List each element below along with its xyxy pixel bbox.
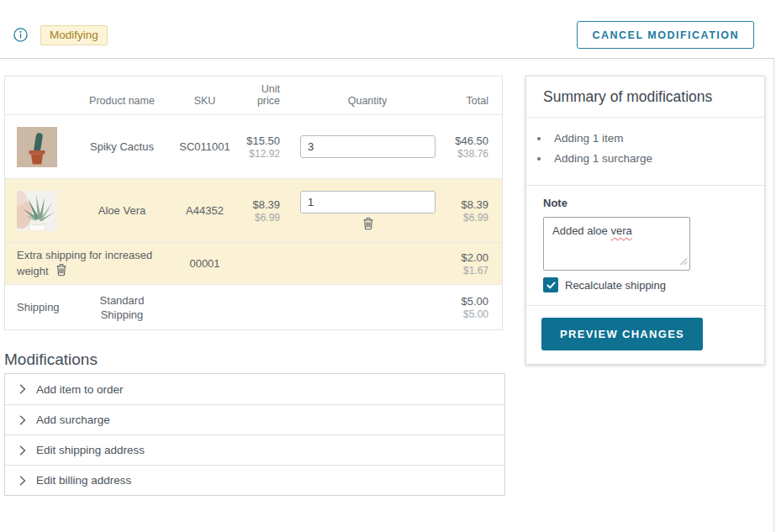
summary-of-modifications-panel: Summary of modifications Adding 1 item A… [525, 76, 765, 365]
product-image-spiky-cactus [5, 127, 71, 167]
unit-price-cell: $8.39 $6.99 [236, 198, 284, 224]
header-product-name: Product name [71, 95, 173, 107]
header-unit-price: Unit price [236, 83, 284, 107]
trash-icon [55, 263, 67, 277]
window-edge-divider [773, 0, 774, 532]
total-cell: $46.50 $38.76 [451, 134, 502, 161]
total-secondary: $6.99 [451, 212, 488, 224]
info-icon[interactable] [13, 28, 28, 42]
order-modification-page: Modifying CANCEL MODIFICATION Product na… [0, 0, 776, 532]
modification-summary-list: Adding 1 item Adding 1 surcharge [526, 118, 764, 186]
product-name: Spiky Cactus [71, 140, 173, 153]
cactus-photo [17, 127, 57, 167]
total: $5.00 [451, 294, 488, 308]
table-row-surcharge: Extra shipping for increased weight 0000… [5, 242, 502, 284]
quantity-input-aloe-vera[interactable] [300, 191, 436, 213]
note-textarea[interactable]: Added aloe vera [543, 217, 690, 271]
shipping-method: Standard Shipping [88, 293, 156, 322]
quantity-cell [284, 135, 451, 158]
recalculate-shipping-row: Recalculate shipping [543, 277, 747, 292]
accordion-label: Add item to order [36, 383, 124, 396]
accordion-label: Edit billing address [36, 474, 131, 487]
accordion-label: Add surcharge [36, 413, 110, 426]
product-image-aloe-vera [5, 191, 71, 231]
total-secondary: $1.67 [451, 265, 488, 277]
table-row-aloe-vera: Aloe Vera A44352 $8.39 $6.99 $8.39 [5, 178, 502, 242]
chevron-right-icon [19, 384, 26, 394]
modifications-title: Modifications [4, 350, 98, 369]
note-label: Note [543, 197, 747, 209]
preview-changes-button[interactable]: PREVIEW CHANGES [541, 318, 703, 350]
accordion-edit-billing-address[interactable]: Edit billing address [5, 465, 504, 495]
surcharge-sku: 00001 [173, 257, 236, 270]
total: $46.50 [451, 134, 488, 148]
summary-panel-title: Summary of modifications [526, 76, 764, 118]
note-misspelled-word: vera [610, 224, 631, 237]
product-sku: A44352 [173, 204, 236, 217]
summary-panel-footer: PREVIEW CHANGES [526, 306, 764, 364]
accordion-add-surcharge[interactable]: Add surcharge [5, 404, 504, 435]
surcharge-name: Extra shipping for increased weight [17, 249, 152, 277]
trash-icon [362, 217, 374, 230]
unit-price-secondary: $6.99 [236, 212, 280, 224]
product-name: Aloe Vera [71, 204, 173, 217]
table-row-spiky-cactus: Spiky Cactus SC011001 $15.50 $12.92 $46.… [5, 114, 502, 178]
modifications-accordion: Add item to order Add surcharge Edit shi… [4, 373, 505, 496]
header-sku: SKU [173, 95, 236, 107]
shipping-method-cell: Standard Shipping [71, 293, 173, 322]
summary-item: Adding 1 item [550, 132, 747, 145]
remove-surcharge-button[interactable] [55, 263, 67, 277]
total-cell: $5.00 $5.00 [451, 294, 502, 321]
remove-aloe-vera-button[interactable] [362, 217, 374, 230]
header-quantity: Quantity [284, 95, 451, 107]
chevron-right-icon [19, 415, 26, 425]
shipping-label: Shipping [5, 301, 71, 313]
total: $8.39 [451, 198, 488, 212]
quantity-input-spiky-cactus[interactable] [300, 135, 436, 158]
surcharge-name-cell: Extra shipping for increased weight [5, 248, 173, 279]
topbar: Modifying CANCEL MODIFICATION [0, 0, 774, 59]
unit-price-cell: $15.50 $12.92 [236, 134, 284, 161]
header-total: Total [451, 95, 502, 107]
recalculate-shipping-label[interactable]: Recalculate shipping [565, 279, 666, 292]
chevron-right-icon [19, 445, 26, 456]
total: $2.00 [451, 250, 488, 265]
quantity-cell [284, 191, 451, 230]
summary-item: Adding 1 surcharge [550, 152, 747, 165]
order-table-header: Product name SKU Unit price Quantity Tot… [5, 76, 502, 114]
product-sku: SC011001 [173, 140, 236, 153]
total-secondary: $38.76 [451, 148, 488, 161]
table-row-shipping: Shipping Standard Shipping $5.00 $5.00 [5, 284, 502, 329]
note-text: Added aloe [552, 224, 610, 237]
checkmark-icon [546, 282, 556, 289]
aloe-photo [17, 191, 57, 231]
chevron-right-icon [19, 476, 26, 486]
order-table: Product name SKU Unit price Quantity Tot… [4, 76, 503, 330]
total-secondary: $5.00 [451, 308, 488, 321]
recalculate-shipping-checkbox[interactable] [543, 277, 558, 292]
unit-price: $8.39 [236, 198, 280, 212]
accordion-add-item-to-order[interactable]: Add item to order [5, 374, 504, 404]
status-badge: Modifying [40, 25, 108, 45]
unit-price: $15.50 [236, 134, 280, 148]
accordion-edit-shipping-address[interactable]: Edit shipping address [5, 435, 504, 465]
total-cell: $2.00 $1.67 [451, 250, 502, 277]
resize-handle-icon[interactable] [679, 255, 688, 268]
total-cell: $8.39 $6.99 [451, 198, 502, 224]
unit-price-secondary: $12.92 [236, 148, 280, 161]
accordion-label: Edit shipping address [36, 444, 145, 456]
cancel-modification-button[interactable]: CANCEL MODIFICATION [577, 21, 754, 49]
note-section: Note Added aloe vera Recalculate shippin… [526, 186, 764, 306]
